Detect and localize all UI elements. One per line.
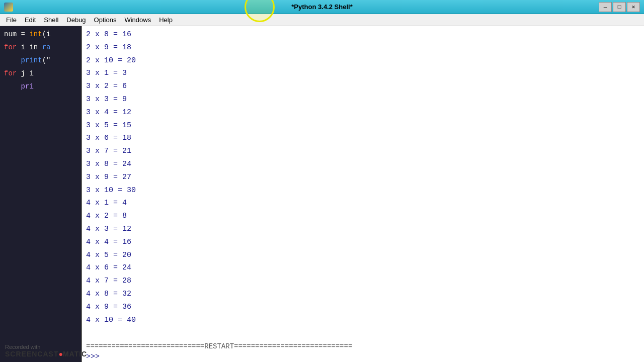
code-line-3: print(" [4,54,77,67]
code-line-5: pri [4,80,77,94]
shell-output-line: 3 x 2 = 6 [86,80,640,93]
shell-output-line: 2 x 8 = 16 [86,28,640,41]
shell-output-line: 4 x 8 = 32 [86,288,640,301]
title-bar-left [4,3,13,12]
shell-output-line: 3 x 1 = 3 [86,67,640,80]
python-icon [4,3,13,12]
code-editor-panel[interactable]: num = int(i for i in ra print(" for j i … [0,26,82,362]
menu-shell[interactable]: Shell [40,15,62,25]
menu-bar: File Edit Shell Debug Options Windows He… [0,14,644,26]
shell-output-line: 3 x 6 = 18 [86,132,640,145]
menu-file[interactable]: File [2,15,21,25]
shell-panel: 2 x 8 = 162 x 9 = 182 x 10 = 203 x 1 = 3… [82,26,644,362]
shell-output-line: 3 x 9 = 27 [86,171,640,184]
shell-output-line: 4 x 3 = 12 [86,223,640,236]
shell-output-line: 3 x 4 = 12 [86,106,640,119]
shell-output-line: 4 x 7 = 28 [86,275,640,288]
title-bar: *Python 3.4.2 Shell* — □ ✕ [0,0,644,14]
menu-options[interactable]: Options [90,15,121,25]
shell-output-line: 4 x 2 = 8 [86,210,640,223]
shell-output-line: 4 x 10 = 40 [86,314,640,327]
code-line-2: for i in ra [4,41,77,54]
main-layout: num = int(i for i in ra print(" for j i … [0,26,644,362]
restart-bar: ============================RESTART=====… [82,341,644,351]
minimize-button[interactable]: — [599,2,612,12]
shell-prompt[interactable]: >>> [82,351,644,362]
shell-output-line: 2 x 10 = 20 [86,54,640,67]
menu-windows[interactable]: Windows [120,15,155,25]
maximize-button[interactable]: □ [613,2,626,12]
code-line-1: num = int(i [4,28,77,41]
shell-output-line: 4 x 9 = 36 [86,301,640,314]
close-button[interactable]: ✕ [627,2,640,12]
menu-edit[interactable]: Edit [21,15,40,25]
shell-output-line: 4 x 4 = 16 [86,236,640,249]
shell-output-line: 3 x 3 = 9 [86,93,640,106]
shell-output-line: 4 x 5 = 20 [86,249,640,262]
shell-output: 2 x 8 = 162 x 9 = 182 x 10 = 203 x 1 = 3… [82,26,644,341]
menu-debug[interactable]: Debug [62,15,90,25]
shell-output-line: 4 x 1 = 4 [86,197,640,210]
menu-help[interactable]: Help [155,15,177,25]
shell-output-line: 2 x 9 = 18 [86,41,640,54]
shell-output-line: 3 x 10 = 30 [86,184,640,197]
window-controls: — □ ✕ [599,2,640,12]
shell-output-line: 3 x 8 = 24 [86,158,640,171]
shell-output-line: 3 x 7 = 21 [86,145,640,158]
window-title: *Python 3.4.2 Shell* [291,3,352,11]
shell-output-line: 4 x 6 = 24 [86,261,640,275]
shell-output-line: 3 x 5 = 15 [86,119,640,132]
code-line-4: for j i [4,67,77,80]
